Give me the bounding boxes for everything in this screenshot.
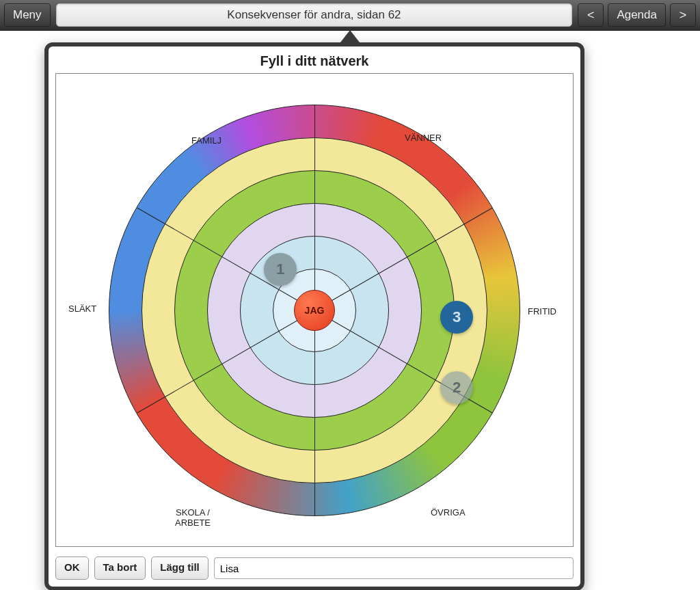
person-token-3[interactable]: 3 (440, 301, 473, 334)
page-title-field[interactable]: Konsekvenser för andra, sidan 62 (56, 3, 573, 27)
network-diagram[interactable]: JAG FAMILJ VÄNNER FRITID ÖVRIGA SKOLA / … (109, 105, 520, 515)
person-token-1[interactable]: 1 (264, 253, 297, 286)
popover-arrow-icon (340, 30, 360, 42)
sector-label-skola: SKOLA / ARBETE (175, 507, 211, 528)
person-token-2[interactable]: 2 (440, 371, 473, 404)
sector-label-ovriga: ÖVRIGA (431, 507, 466, 518)
next-button[interactable]: > (670, 3, 696, 27)
name-input[interactable] (214, 557, 574, 579)
sector-label-fritid: FRITID (528, 306, 556, 317)
remove-button[interactable]: Ta bort (94, 557, 146, 580)
center-label: JAG (305, 305, 325, 316)
modal-title: Fyll i ditt nätverk (49, 46, 580, 73)
network-canvas[interactable]: JAG FAMILJ VÄNNER FRITID ÖVRIGA SKOLA / … (55, 73, 574, 547)
add-button[interactable]: Lägg till (151, 557, 208, 580)
sector-label-slakt: SLÄKT (68, 304, 96, 314)
center-self: JAG (294, 290, 335, 331)
spoke (314, 105, 315, 310)
agenda-button[interactable]: Agenda (608, 3, 666, 27)
ok-button[interactable]: OK (55, 557, 89, 580)
network-modal: Fyll i ditt nätverk JAG FAMILJ VÄNNER (44, 42, 584, 590)
menu-button[interactable]: Meny (4, 3, 51, 27)
spoke (314, 310, 315, 515)
prev-button[interactable]: < (578, 3, 604, 27)
top-toolbar: Meny Konsekvenser för andra, sidan 62 < … (0, 0, 700, 31)
modal-footer: OK Ta bort Lägg till (49, 551, 580, 587)
